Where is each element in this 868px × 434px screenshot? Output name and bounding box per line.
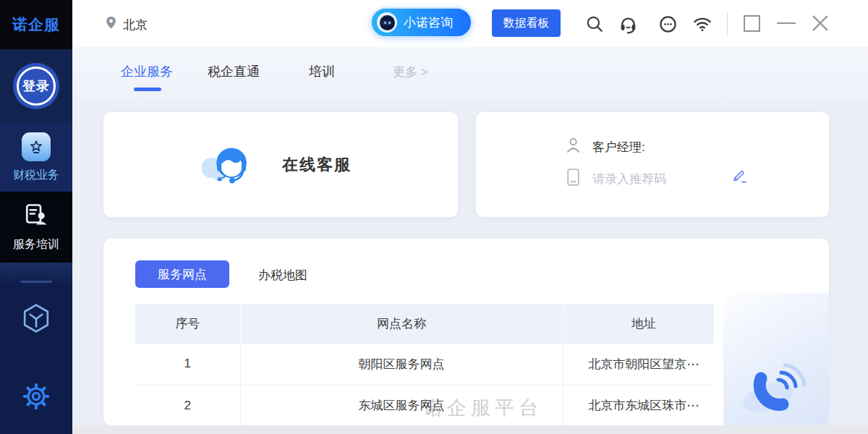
star-badge-icon [22,132,51,161]
col-header-address: 地址 [563,304,714,344]
table-row[interactable]: 2 东城区服务网点 北京市东城区珠市⋯ [135,385,714,425]
login-section: 登录 [0,49,72,123]
tab-tax-map[interactable]: 办税地图 [258,267,307,284]
minimize-icon[interactable] [777,22,796,24]
edit-pencil-icon[interactable] [731,168,748,188]
person-icon [565,137,582,157]
tab-more[interactable]: 更多 > [393,64,428,80]
main-nav-tabs: 企业服务 税企直通 培训 更多 > [72,47,868,101]
cell-address: 北京市东城区珠市⋯ [563,385,714,425]
location-selector[interactable]: 北京 [105,15,148,34]
wifi-icon[interactable] [692,13,713,35]
manager-row: 客户经理: [565,136,645,158]
col-header-name: 网点名称 [240,304,563,344]
cell-index: 2 [135,385,240,425]
topbar: 北京 小诺咨询 数据看板 [72,0,868,47]
tab-training[interactable]: 培训 [309,63,335,80]
sidebar-handle[interactable] [20,281,52,283]
phone-panel[interactable] [723,293,829,425]
online-service-card[interactable]: 在线客服 [103,112,458,217]
manager-label: 客户经理: [592,139,645,156]
sidebar-item-label: 财税业务 [13,168,59,183]
sidebar: 诺企服 登录 财税业务 [0,0,72,434]
data-dashboard-button[interactable]: 数据看板 [492,9,561,37]
table-row[interactable]: 1 朝阳区服务网点 北京市朝阳区望京⋯ [135,344,714,385]
sidebar-item-service-training[interactable]: 服务培训 [0,192,72,263]
sidebar-item-finance-tax[interactable]: 财税业务 [0,123,72,192]
login-button[interactable]: 登录 [13,63,59,109]
referral-row[interactable]: 请录入推荐码 [565,168,666,190]
close-icon[interactable] [810,13,830,33]
customer-manager-card: 客户经理: 请录入推荐码 [476,112,829,217]
customer-service-headset-icon [199,138,255,193]
online-service-title: 在线客服 [282,154,352,176]
robot-icon [377,12,397,33]
location-pin-icon [105,15,117,34]
topbar-divider [727,12,728,35]
login-button-label: 登录 [17,67,56,106]
table-header-row: 序号 网点名称 地址 [135,304,714,344]
service-network-card: 服务网点 办税地图 诺企服平台 序号 网点名称 地址 1 朝阳区服务网点 北京市… [103,239,829,425]
xiaonuo-consult-button[interactable]: 小诺咨询 [370,7,472,38]
settings-gear-icon[interactable] [22,382,51,414]
active-tab-underline [134,88,161,91]
app-window: 诺企服 登录 财税业务 [0,0,868,434]
tab-enterprise-services[interactable]: 企业服务 [121,63,173,80]
network-table: 序号 网点名称 地址 1 朝阳区服务网点 北京市朝阳区望京⋯ 2 东城区服务网点… [135,304,714,425]
consult-button-label: 小诺咨询 [404,14,453,31]
cube-hexagon-icon[interactable] [20,302,52,337]
cell-name: 东城区服务网点 [240,385,563,425]
app-logo: 诺企服 [0,0,72,49]
bottom-edge-strip [72,425,868,434]
referral-code-placeholder: 请录入推荐码 [592,171,666,187]
more-ellipsis-icon[interactable] [657,13,678,35]
cell-index: 1 [135,344,240,385]
sidebar-item-label: 服务培训 [13,237,59,252]
cell-name: 朝阳区服务网点 [240,344,563,385]
tab-tax-enterprise[interactable]: 税企直通 [208,63,260,80]
maximize-icon[interactable] [744,15,760,32]
training-doc-person-icon [23,202,49,231]
location-label: 北京 [123,17,148,33]
search-icon[interactable] [584,13,605,35]
mobile-phone-icon [565,168,582,190]
phone-call-icon [736,349,812,425]
tab-service-network[interactable]: 服务网点 [135,260,229,288]
cell-address: 北京市朝阳区望京⋯ [563,344,714,385]
col-header-index: 序号 [135,304,240,344]
headset-icon[interactable] [617,13,639,35]
